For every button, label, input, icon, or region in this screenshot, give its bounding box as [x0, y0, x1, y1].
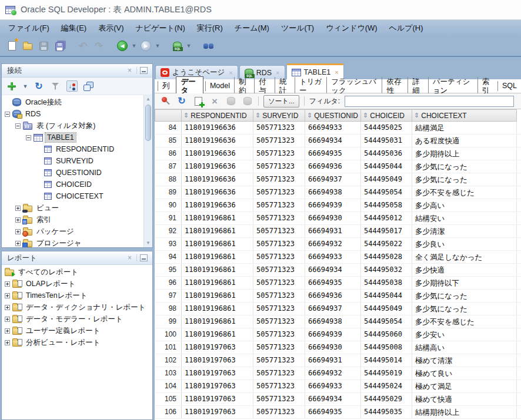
tree-node[interactable]: 分析ビュー・レポート	[2, 337, 152, 348]
choicetext-cell[interactable]: 極めて清潔	[412, 354, 517, 367]
detail-tab[interactable]: 制約	[234, 77, 254, 96]
questionid-cell[interactable]: 66694933	[305, 122, 361, 134]
questionid-cell[interactable]: 66694939	[305, 199, 361, 211]
choiceid-cell[interactable]: 544495031	[361, 135, 412, 147]
menu-item[interactable]: ファイル(F)	[2, 21, 55, 36]
choiceid-cell[interactable]: 544495025	[361, 122, 412, 134]
questionid-cell[interactable]: 66694935	[305, 147, 361, 160]
questionid-cell[interactable]: 66694938	[305, 186, 361, 199]
choicetext-cell[interactable]: 多少期待以下	[412, 277, 517, 289]
open-file-button[interactable]	[21, 39, 35, 53]
tree-node[interactable]: データ・ディクショナリ・レポート	[2, 301, 152, 313]
tree-node[interactable]: すべてのレポート	[2, 266, 152, 278]
respondentid-cell[interactable]: 118019197063	[182, 393, 253, 405]
tree-node[interactable]: OLAPレポート	[2, 278, 152, 290]
detail-tab[interactable]: Model	[205, 81, 234, 91]
add-connection-button[interactable]	[6, 80, 18, 92]
rollback-button[interactable]	[242, 95, 253, 107]
surveyid-cell[interactable]: 505771323	[253, 135, 305, 147]
menu-item[interactable]: ナビゲート(N)	[130, 21, 191, 36]
tree-expander[interactable]	[5, 112, 10, 117]
tree-expander[interactable]	[15, 123, 21, 129]
tree-node[interactable]: 索引	[2, 214, 152, 226]
refresh-data-button[interactable]: ↻	[176, 95, 188, 107]
back-dropdown[interactable]: ▼	[131, 43, 137, 49]
surveyid-cell[interactable]: 505771323	[253, 238, 305, 250]
surveyid-cell[interactable]: 505771323	[253, 315, 305, 328]
close-tab-icon[interactable]: ×	[335, 69, 338, 76]
close-tab-icon[interactable]: ×	[276, 69, 279, 76]
choiceid-cell[interactable]: 544495008	[361, 341, 412, 354]
choiceid-cell[interactable]: 544495038	[361, 277, 412, 289]
detail-tab[interactable]: SQL	[497, 81, 521, 91]
copy-connection-button[interactable]	[82, 80, 94, 92]
delete-row-button[interactable]: ×	[209, 95, 221, 107]
sort-indicator-icon[interactable]: ⇕	[363, 112, 368, 119]
choicetext-cell[interactable]: 多少安い	[412, 328, 517, 341]
respondentid-cell[interactable]: 118019197063	[182, 354, 253, 367]
table-row[interactable]: 96 118019196861 505771323 66694935 54449…	[155, 277, 521, 290]
menu-item[interactable]: チーム(M)	[229, 21, 275, 36]
choiceid-cell[interactable]: 544495029	[361, 393, 412, 405]
sort-indicator-icon[interactable]: ⇕	[183, 112, 189, 119]
surveyid-cell[interactable]: 505771323	[253, 354, 305, 367]
tree-node[interactable]: TimesTenレポート	[2, 290, 152, 301]
detail-tab[interactable]: 付与	[254, 77, 274, 96]
tree-node[interactable]: データ・モデラー・レポート	[2, 313, 152, 325]
tree-expander[interactable]	[5, 305, 10, 310]
column-header[interactable]: ⇕ CHOICEID	[361, 109, 412, 122]
respondentid-cell[interactable]: 118019196861	[182, 290, 253, 302]
choiceid-cell[interactable]: 544495019	[361, 367, 412, 379]
questionid-cell[interactable]: 66694936	[305, 290, 361, 302]
questionid-cell[interactable]: 66694933	[305, 251, 361, 263]
surveyid-cell[interactable]: 505771323	[253, 393, 305, 405]
tree-expander[interactable]	[15, 241, 21, 246]
questionid-cell[interactable]: 66694938	[305, 315, 361, 328]
redo-button[interactable]: ↷	[92, 39, 106, 53]
tree-expander[interactable]	[5, 340, 10, 345]
tree-node[interactable]: Oracle接続	[2, 96, 152, 108]
minimize-icon[interactable]	[140, 254, 148, 261]
save-button[interactable]	[36, 39, 51, 53]
close-tab-icon[interactable]: ×	[229, 69, 232, 76]
close-icon[interactable]: ×	[124, 254, 135, 262]
questionid-cell[interactable]: 66694933	[305, 380, 361, 392]
forward-button[interactable]: ▶	[139, 39, 153, 53]
choicetext-cell[interactable]: 結構満足	[412, 122, 517, 134]
surveyid-cell[interactable]: 505771323	[253, 380, 305, 392]
tree-expander[interactable]	[15, 206, 21, 211]
menu-item[interactable]: ツール(T)	[275, 21, 320, 36]
questionid-cell[interactable]: 66694930	[305, 212, 361, 224]
tree-node[interactable]: プロシージャ	[2, 237, 152, 247]
choicetext-cell[interactable]: 多少気になった	[412, 160, 517, 173]
surveyid-cell[interactable]: 505771323	[253, 212, 305, 224]
surveyid-cell[interactable]: 505771323	[253, 264, 305, 276]
surveyid-cell[interactable]: 505771323	[253, 122, 305, 134]
commit-button[interactable]	[225, 95, 237, 107]
forward-dropdown[interactable]: ▼	[155, 43, 161, 49]
questionid-cell[interactable]: 66694934	[305, 264, 361, 276]
respondentid-cell[interactable]: 118019196861	[182, 328, 253, 341]
save-all-button[interactable]	[52, 39, 66, 53]
choicetext-cell[interactable]: 多少高い	[412, 199, 517, 211]
surveyid-cell[interactable]: 505771323	[253, 303, 305, 315]
table-row[interactable]: 94 118019196861 505771323 66694933 54449…	[155, 251, 521, 264]
respondentid-cell[interactable]: 118019197063	[182, 341, 253, 354]
choiceid-cell[interactable]: 544495044	[361, 290, 412, 302]
respondentid-cell[interactable]: 118019196861	[182, 238, 253, 250]
choicetext-cell[interactable]: 多少期待以上	[412, 147, 517, 160]
choiceid-cell[interactable]: 544495049	[361, 303, 412, 315]
respondentid-cell[interactable]: 118019196636	[182, 199, 253, 211]
questionid-cell[interactable]: 66694934	[305, 393, 361, 405]
sort-indicator-icon[interactable]: ⇕	[255, 112, 260, 119]
refresh-connections-button[interactable]: ↻	[33, 80, 45, 92]
choicetext-cell[interactable]: 多少不安を感じた	[412, 315, 517, 328]
questionid-cell[interactable]: 66694932	[305, 238, 361, 250]
tree-node[interactable]: ユーザー定義レポート	[2, 325, 152, 337]
questionid-cell[interactable]: 66694934	[305, 135, 361, 147]
find-button[interactable]	[201, 39, 215, 53]
choiceid-cell[interactable]: 544495044	[361, 160, 412, 173]
respondentid-cell[interactable]: 118019196861	[182, 251, 253, 263]
surveyid-cell[interactable]: 505771323	[253, 341, 305, 354]
detail-tab[interactable]: フラッシュバック	[326, 77, 382, 96]
